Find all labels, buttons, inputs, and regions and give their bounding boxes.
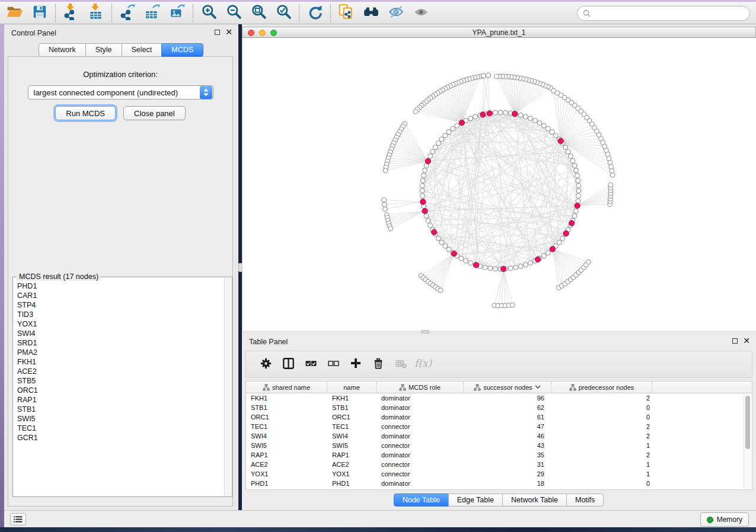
network-graph[interactable]: [243, 38, 756, 331]
cell-successor-nodes[interactable]: 62: [464, 403, 551, 412]
cell-name[interactable]: TEC1: [327, 422, 377, 431]
cell-name[interactable]: ORC1: [327, 412, 377, 422]
tab-edge-table[interactable]: Edge Table: [448, 493, 503, 507]
cell-name[interactable]: STB1: [327, 403, 377, 412]
mcds-result-item[interactable]: SWI5: [17, 414, 224, 424]
column-header-shared-name[interactable]: shared name: [246, 382, 327, 393]
table-row[interactable]: YOX1YOX1connector291: [246, 469, 752, 479]
cell-successor-nodes[interactable]: 46: [464, 431, 551, 441]
search-field[interactable]: [577, 6, 750, 21]
table-row[interactable]: SWI4SWI4dominator462: [246, 431, 752, 441]
mcds-result-item[interactable]: FKH1: [17, 357, 224, 367]
split-columns-button[interactable]: [277, 353, 299, 376]
table-row[interactable]: TEC1TEC1connector472: [246, 422, 752, 431]
column-header-successor-nodes[interactable]: successor nodes: [464, 382, 551, 393]
import-network-button[interactable]: [59, 3, 84, 23]
cell-successor-nodes[interactable]: 43: [464, 441, 551, 450]
column-header-predecessor-nodes[interactable]: predecessor nodes: [551, 382, 652, 393]
cell-MCDS-role[interactable]: dominator: [377, 403, 464, 412]
deselect-all-button[interactable]: [322, 353, 344, 376]
table-scrollbar-thumb[interactable]: [745, 396, 750, 449]
cell-predecessor-nodes[interactable]: 2: [551, 422, 652, 431]
optimization-criterion-select[interactable]: largest connected component (undirected): [28, 85, 213, 100]
show-all-button[interactable]: [409, 3, 433, 23]
export-image-button[interactable]: [165, 3, 190, 23]
cell-MCDS-role[interactable]: connector: [377, 469, 464, 479]
add-button[interactable]: [344, 353, 367, 376]
mcds-result-item[interactable]: STB1: [17, 405, 224, 414]
mcds-result-item[interactable]: RAP1: [17, 395, 224, 405]
mcds-result-item[interactable]: STP4: [17, 300, 224, 310]
cell-shared-name[interactable]: YOX1: [246, 469, 327, 479]
table-scrollbar[interactable]: [744, 394, 751, 489]
cell-MCDS-role[interactable]: dominator: [377, 431, 464, 441]
table-row[interactable]: ACE2ACE2connector311: [246, 460, 752, 469]
table-row[interactable]: SWI5SWI5connector431: [246, 441, 752, 450]
table-row[interactable]: PHD1PHD1dominator180: [246, 479, 752, 488]
table-row[interactable]: RAP1RAP1dominator352: [246, 450, 752, 460]
cell-successor-nodes[interactable]: 18: [464, 479, 551, 488]
horizontal-splitter-handle[interactable]: [421, 330, 429, 334]
mcds-result-item[interactable]: ACE2: [17, 367, 224, 376]
cell-predecessor-nodes[interactable]: 2: [551, 450, 652, 460]
cell-predecessor-nodes[interactable]: 1: [551, 441, 652, 450]
cell-shared-name[interactable]: RAP1: [246, 450, 327, 460]
cell-successor-nodes[interactable]: 29: [464, 469, 551, 479]
window-minimize-icon[interactable]: [259, 30, 266, 36]
float-table-panel-icon[interactable]: [732, 338, 738, 344]
cell-shared-name[interactable]: ORC1: [246, 412, 327, 422]
cell-successor-nodes[interactable]: 31: [464, 460, 551, 469]
cell-shared-name[interactable]: ACE2: [246, 460, 327, 469]
mcds-result-item[interactable]: PMA2: [17, 348, 224, 357]
cell-name[interactable]: FKH1: [327, 393, 377, 403]
cell-predecessor-nodes[interactable]: 2: [551, 431, 652, 441]
open-file-button[interactable]: [2, 3, 27, 23]
export-table-button[interactable]: [140, 3, 165, 23]
mcds-result-item[interactable]: ORC1: [17, 386, 224, 395]
zoom-fit-button[interactable]: [246, 3, 271, 23]
mcds-result-item[interactable]: PHD1: [17, 281, 224, 291]
table-row[interactable]: STB1STB1dominator620: [246, 403, 752, 412]
zoom-selected-button[interactable]: [271, 3, 296, 23]
delete-button[interactable]: [367, 353, 390, 376]
import-table-button[interactable]: [84, 3, 109, 23]
column-header-MCDS-role[interactable]: MCDS role: [377, 382, 464, 393]
tab-network[interactable]: Network: [39, 43, 86, 57]
cell-predecessor-nodes[interactable]: 0: [551, 479, 652, 488]
cell-shared-name[interactable]: PHD1: [246, 479, 327, 488]
table-row[interactable]: ORC1ORC1dominator610: [246, 412, 752, 422]
mcds-result-item[interactable]: GCR1: [17, 433, 224, 443]
cell-name[interactable]: SWI4: [327, 431, 377, 441]
cell-MCDS-role[interactable]: connector: [377, 460, 464, 469]
export-network-button[interactable]: [115, 3, 140, 23]
cell-successor-nodes[interactable]: 61: [464, 412, 551, 422]
mcds-result-item[interactable]: SRD1: [17, 338, 224, 348]
window-close-icon[interactable]: [248, 30, 254, 36]
tab-style[interactable]: Style: [85, 43, 122, 57]
cell-shared-name[interactable]: FKH1: [246, 393, 327, 403]
memory-button[interactable]: Memory: [700, 512, 749, 527]
cell-name[interactable]: ACE2: [327, 460, 377, 469]
cell-MCDS-role[interactable]: dominator: [377, 479, 464, 488]
float-panel-icon[interactable]: [215, 30, 220, 35]
zoom-in-button[interactable]: [196, 3, 221, 23]
cell-predecessor-nodes[interactable]: 0: [551, 412, 652, 422]
table-row[interactable]: FKH1FKH1dominator962: [246, 393, 752, 403]
zoom-out-button[interactable]: [221, 3, 246, 23]
save-session-button[interactable]: [27, 3, 52, 23]
cell-MCDS-role[interactable]: dominator: [377, 412, 464, 422]
gear-button[interactable]: [254, 353, 277, 376]
column-header-name[interactable]: name: [327, 382, 377, 393]
close-table-panel-icon[interactable]: ✕: [743, 338, 750, 344]
cell-MCDS-role[interactable]: dominator: [377, 393, 464, 403]
cell-shared-name[interactable]: STB1: [246, 403, 327, 412]
close-panel-button[interactable]: Close panel: [123, 106, 186, 120]
mcds-result-item[interactable]: SWI4: [17, 329, 224, 338]
mcds-result-item[interactable]: CAR1: [17, 291, 224, 300]
window-maximize-icon[interactable]: [270, 30, 277, 36]
duplicate-network-button[interactable]: [334, 3, 359, 23]
mcds-list-scrollbar[interactable]: [224, 278, 231, 496]
run-mcds-button[interactable]: Run MCDS: [55, 106, 116, 120]
cell-name[interactable]: RAP1: [327, 450, 377, 460]
cell-shared-name[interactable]: SWI4: [246, 431, 327, 441]
